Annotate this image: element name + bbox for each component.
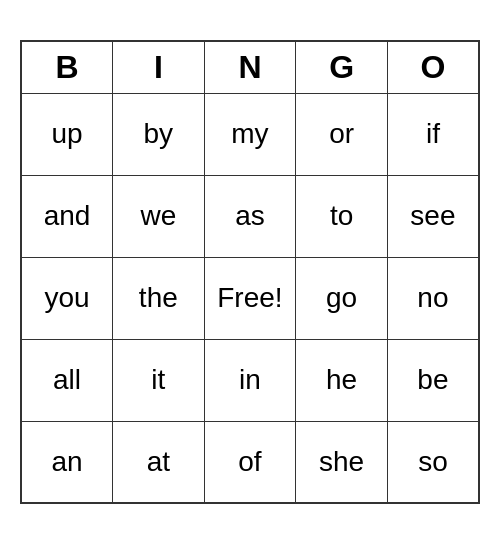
cell-1-0: and [21, 175, 113, 257]
cell-0-3: or [296, 93, 388, 175]
row-2: youtheFree!gono [21, 257, 479, 339]
cell-0-2: my [204, 93, 296, 175]
cell-0-0: up [21, 93, 113, 175]
cell-3-4: be [387, 339, 479, 421]
cell-1-2: as [204, 175, 296, 257]
cell-2-1: the [113, 257, 205, 339]
cell-1-3: to [296, 175, 388, 257]
row-3: allitinhebe [21, 339, 479, 421]
header-cell-g: G [296, 41, 388, 93]
cell-3-0: all [21, 339, 113, 421]
cell-2-4: no [387, 257, 479, 339]
row-4: anatofsheso [21, 421, 479, 503]
cell-0-4: if [387, 93, 479, 175]
cell-4-0: an [21, 421, 113, 503]
header-cell-o: O [387, 41, 479, 93]
bingo-card: BINGO upbymyorifandweastoseeyoutheFree!g… [20, 40, 480, 504]
cell-4-4: so [387, 421, 479, 503]
cell-3-3: he [296, 339, 388, 421]
cell-3-2: in [204, 339, 296, 421]
header-row: BINGO [21, 41, 479, 93]
cell-0-1: by [113, 93, 205, 175]
cell-3-1: it [113, 339, 205, 421]
row-1: andweastosee [21, 175, 479, 257]
cell-2-3: go [296, 257, 388, 339]
header-cell-i: I [113, 41, 205, 93]
cell-2-2: Free! [204, 257, 296, 339]
cell-2-0: you [21, 257, 113, 339]
cell-4-3: she [296, 421, 388, 503]
header-cell-n: N [204, 41, 296, 93]
cell-1-4: see [387, 175, 479, 257]
cell-1-1: we [113, 175, 205, 257]
cell-4-1: at [113, 421, 205, 503]
row-0: upbymyorif [21, 93, 479, 175]
cell-4-2: of [204, 421, 296, 503]
header-cell-b: B [21, 41, 113, 93]
